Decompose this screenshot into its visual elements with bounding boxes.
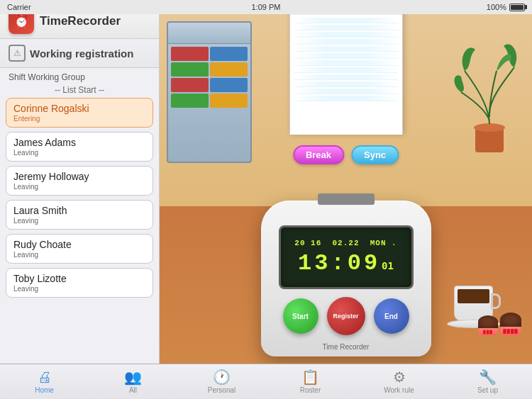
employee-name-0: Corinne Rogalski bbox=[13, 103, 145, 114]
tab-roster-label: Roster bbox=[300, 386, 321, 394]
personal-icon: 🕐 bbox=[213, 370, 231, 384]
paper-receipt: Corinne Rogalski 2016/02 bbox=[289, 14, 403, 135]
employee-status-1: Leaving bbox=[13, 149, 145, 157]
working-reg-section: ⚠ Working registration bbox=[0, 39, 159, 68]
employee-name-4: Rudy Choate bbox=[13, 239, 145, 250]
break-button[interactable]: Break bbox=[293, 145, 344, 164]
machine-label: Time Recorder bbox=[323, 343, 370, 351]
tab-personal[interactable]: 🕐 Personal bbox=[177, 364, 266, 399]
vending-item bbox=[210, 94, 248, 108]
tab-roster[interactable]: 📋 Roster bbox=[266, 364, 355, 399]
paper-line bbox=[294, 18, 398, 23]
paper-slot bbox=[318, 193, 375, 205]
warning-icon: ⚠ bbox=[9, 45, 26, 62]
machine-buttons: Start Register End bbox=[283, 297, 409, 335]
employee-status-3: Leaving bbox=[13, 217, 145, 225]
home-icon: 🖨 bbox=[38, 370, 52, 384]
paper-line bbox=[294, 46, 398, 52]
end-button[interactable]: End bbox=[374, 298, 409, 334]
time-label: 1:09 PM bbox=[252, 3, 281, 11]
display-seconds: 01 bbox=[382, 260, 394, 271]
paper-line bbox=[294, 53, 398, 59]
display-time-row: 13:09 01 bbox=[298, 250, 394, 276]
paper-line bbox=[294, 39, 398, 45]
employee-item-5[interactable]: Toby Lizotte Leaving bbox=[6, 268, 153, 298]
setup-icon: 🔧 bbox=[479, 370, 497, 384]
all-icon: 👥 bbox=[124, 370, 142, 384]
vending-item bbox=[210, 62, 248, 77]
machine-display: 20 16 02.22 MON . 13:09 01 bbox=[279, 225, 414, 289]
employees-list: Corinne Rogalski Entering James Adams Le… bbox=[0, 98, 159, 381]
carrier-label: Carrier bbox=[7, 3, 31, 11]
vending-top bbox=[168, 23, 250, 44]
coffee-cup-area: ▓▓▓▓ ▓▓▓ bbox=[447, 264, 532, 335]
tab-setup-label: Set up bbox=[477, 386, 498, 394]
time-recorder-machine: 20 16 02.22 MON . 13:09 01 Start Registe… bbox=[254, 172, 438, 356]
tab-setup[interactable]: 🔧 Set up bbox=[443, 364, 532, 399]
battery-icon bbox=[509, 4, 525, 11]
vending-item bbox=[171, 94, 209, 108]
vending-item bbox=[210, 78, 248, 92]
paper-line bbox=[294, 74, 398, 80]
tab-all[interactable]: 👥 All bbox=[89, 364, 177, 399]
employee-status-2: Leaving bbox=[13, 183, 145, 191]
employee-item-2[interactable]: Jeremy Holloway Leaving bbox=[6, 166, 153, 196]
working-reg-text: Working registration bbox=[30, 47, 133, 60]
workrule-icon: ⚙ bbox=[393, 370, 406, 384]
cup-handle bbox=[491, 293, 501, 309]
vending-products bbox=[168, 44, 250, 111]
start-button[interactable]: Start bbox=[283, 298, 318, 334]
display-time: 13:09 bbox=[298, 250, 380, 276]
sync-button[interactable]: Sync bbox=[351, 145, 399, 164]
employee-item-0[interactable]: Corinne Rogalski Entering bbox=[6, 98, 153, 128]
vending-item bbox=[210, 47, 248, 61]
tab-bar: 🖨 Home 👥 All 🕐 Personal 📋 Roster ⚙ Work … bbox=[0, 364, 532, 399]
shift-group-label: Shift Working Group bbox=[0, 68, 159, 84]
register-button[interactable]: Register bbox=[327, 297, 365, 335]
employee-status-0: Entering bbox=[13, 115, 145, 123]
muffin-1: ▓▓▓▓ bbox=[500, 313, 521, 335]
paper-line bbox=[294, 89, 398, 94]
tab-workrule[interactable]: ⚙ Work rule bbox=[355, 364, 443, 399]
paper-line bbox=[294, 67, 398, 73]
paper-line bbox=[294, 25, 398, 30]
muffin-top-2 bbox=[478, 315, 498, 328]
muffin-cup-1: ▓▓▓▓ bbox=[501, 327, 521, 335]
tab-home[interactable]: 🖨 Home bbox=[0, 364, 89, 399]
svg-point-1 bbox=[474, 123, 505, 132]
paper-lines bbox=[290, 15, 402, 106]
paper-line bbox=[294, 96, 398, 101]
list-start-label: -- List Start -- bbox=[0, 84, 159, 98]
paper-line bbox=[294, 32, 398, 38]
employee-name-1: James Adams bbox=[13, 137, 145, 148]
plant-svg bbox=[454, 14, 525, 156]
tab-personal-label: Personal bbox=[208, 386, 235, 394]
status-right: 100% bbox=[487, 3, 525, 11]
paper-line bbox=[294, 82, 398, 87]
employee-item-3[interactable]: Laura Smith Leaving bbox=[6, 200, 153, 230]
employee-name-5: Toby Lizotte bbox=[13, 273, 145, 284]
sidebar: ⏰ TimeRecorder ⚠ Working registration Sh… bbox=[0, 0, 160, 399]
employee-item-1[interactable]: James Adams Leaving bbox=[6, 132, 153, 162]
machine-body: 20 16 02.22 MON . 13:09 01 Start Registe… bbox=[261, 201, 431, 356]
muffin-2: ▓▓▓ bbox=[478, 315, 498, 335]
paper-line bbox=[294, 60, 398, 66]
tab-home-label: Home bbox=[35, 386, 54, 394]
employee-name-2: Jeremy Holloway bbox=[13, 171, 145, 182]
tab-all-label: All bbox=[129, 386, 137, 394]
employee-status-5: Leaving bbox=[13, 285, 145, 293]
muffin-cup-2: ▓▓▓ bbox=[479, 328, 497, 335]
main-content: Corinne Rogalski 2016/02 Break Sync bbox=[160, 14, 532, 364]
app-title: TimeRecorder bbox=[40, 14, 121, 28]
cup-coffee bbox=[458, 289, 489, 303]
status-bar: Carrier 1:09 PM 100% bbox=[0, 0, 532, 14]
tab-workrule-label: Work rule bbox=[384, 386, 414, 394]
plant bbox=[454, 14, 525, 156]
employee-item-4[interactable]: Rudy Choate Leaving bbox=[6, 234, 153, 264]
display-date: 20 16 02.22 MON . bbox=[294, 239, 397, 247]
employee-name-3: Laura Smith bbox=[13, 205, 145, 216]
roster-icon: 📋 bbox=[301, 370, 319, 384]
employee-status-4: Leaving bbox=[13, 251, 145, 259]
vending-machine bbox=[167, 21, 252, 163]
vending-item bbox=[171, 62, 209, 77]
